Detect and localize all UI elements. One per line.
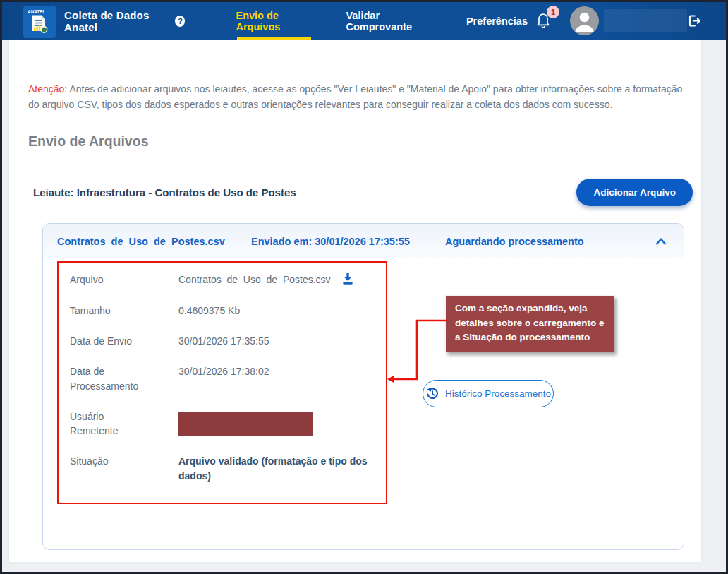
processing-status: Aguardando processamento — [445, 236, 654, 247]
avatar-icon — [570, 6, 599, 35]
avatar[interactable] — [570, 6, 599, 35]
detail-row-situacao: Situação Arquivo validado (formatação e … — [70, 454, 373, 483]
details-highlight-box: Arquivo Contratos_de_Uso_de_Postes.csv — [57, 261, 387, 504]
detail-row-arquivo: Arquivo Contratos_de_Uso_de_Postes.csv — [70, 273, 373, 287]
logout-button[interactable] — [687, 13, 702, 28]
detail-row-tamanho: Tamanho 0.4609375 Kb — [70, 304, 373, 318]
upload-card-header[interactable]: Contratos_de_Uso_de_Postes.csv Enviado e… — [43, 224, 684, 258]
notification-badge: 1 — [547, 6, 559, 18]
redacted-username — [604, 9, 687, 32]
detail-row-data-processamento: Data de Processamento 30/01/2026 17:38:0… — [70, 364, 373, 393]
detail-label: Data de Processamento — [70, 364, 145, 393]
upload-card: Contratos_de_Uso_de_Postes.csv Enviado e… — [42, 223, 684, 550]
history-button-label: Histórico Processamento — [445, 388, 551, 399]
navbar-right: 1 — [535, 6, 687, 35]
tab-preferencias[interactable]: Preferências — [459, 2, 535, 40]
page-title: Envio de Arquivos — [28, 133, 693, 160]
layout-row: Leiaute: Infraestrutura - Contratos de U… — [33, 179, 693, 206]
help-icon[interactable]: ? — [175, 16, 185, 27]
page-background: Atenção: Antes de adicionar arquivos nos… — [2, 40, 726, 572]
history-icon — [425, 387, 439, 400]
detail-label: Situação — [70, 454, 145, 483]
attention-prefix: Atenção: — [28, 83, 67, 95]
download-icon — [341, 272, 355, 285]
notifications-button[interactable]: 1 — [535, 11, 552, 32]
tab-validar-label: Validar Comprovante — [346, 10, 427, 32]
detail-label: Data de Envio — [70, 334, 145, 348]
active-tab-underline — [237, 37, 310, 40]
processing-history-button[interactable]: Histórico Processamento — [423, 380, 554, 407]
redacted-sender-user — [178, 412, 313, 436]
top-navbar: ANATEL Coleta de Dados Anatel ? Envio de… — [2, 2, 726, 40]
callout-arrow — [386, 315, 451, 385]
collapse-toggle[interactable] — [654, 236, 668, 247]
main-panel: Atenção: Antes de adicionar arquivos nos… — [9, 40, 701, 562]
app-viewport: ANATEL Coleta de Dados Anatel ? Envio de… — [0, 0, 728, 574]
detail-value-file: Contratos_de_Uso_de_Postes.csv — [178, 273, 331, 287]
detail-row-usuario-remetente: Usuário Remetente — [70, 409, 373, 438]
add-file-button[interactable]: Adicionar Arquivo — [576, 179, 693, 206]
tab-validar-comprovante[interactable]: Validar Comprovante — [339, 2, 434, 40]
detail-value-size: 0.4609375 Kb — [178, 304, 240, 318]
attention-text: Antes de adicionar arquivos nos leiautes… — [28, 83, 682, 110]
sent-timestamp: Enviado em: 30/01/2026 17:35:55 — [251, 236, 445, 247]
layout-label: Leiaute: Infraestrutura - Contratos de U… — [33, 186, 296, 198]
app-title: Coleta de Dados Anatel — [64, 9, 171, 33]
detail-row-data-envio: Data de Envio 30/01/2026 17:35:55 — [70, 334, 373, 348]
attention-notice: Atenção: Antes de adicionar arquivos nos… — [28, 40, 693, 112]
tab-envio-de-arquivos[interactable]: Envio de Arquivos — [229, 2, 313, 40]
anatel-logo: ANATEL — [23, 6, 56, 38]
tutorial-callout: Com a seção expandida, veja detalhes sob… — [445, 295, 614, 352]
uploaded-file-name: Contratos_de_Uso_de_Postes.csv — [57, 236, 251, 247]
detail-label: Usuário Remetente — [70, 409, 145, 438]
anatel-logo-icon: ANATEL — [25, 7, 54, 37]
detail-label: Tamanho — [70, 304, 145, 318]
detail-value-status: Arquivo validado (formatação e tipo dos … — [178, 454, 373, 483]
chevron-up-icon — [654, 236, 668, 247]
detail-value-processing-date: 30/01/2026 17:38:02 — [178, 364, 269, 393]
detail-value-sent-date: 30/01/2026 17:35:55 — [178, 334, 269, 348]
anatel-logo-text: ANATEL — [27, 8, 45, 13]
main-nav: Envio de Arquivos Validar Comprovante Pr… — [229, 2, 535, 40]
tab-preferencias-label: Preferências — [466, 16, 528, 27]
upload-card-body: Arquivo Contratos_de_Uso_de_Postes.csv — [43, 258, 684, 549]
logout-icon — [687, 13, 702, 28]
tab-envio-label: Envio de Arquivos — [236, 10, 306, 32]
detail-label: Arquivo — [70, 273, 145, 287]
download-button[interactable] — [341, 272, 355, 285]
